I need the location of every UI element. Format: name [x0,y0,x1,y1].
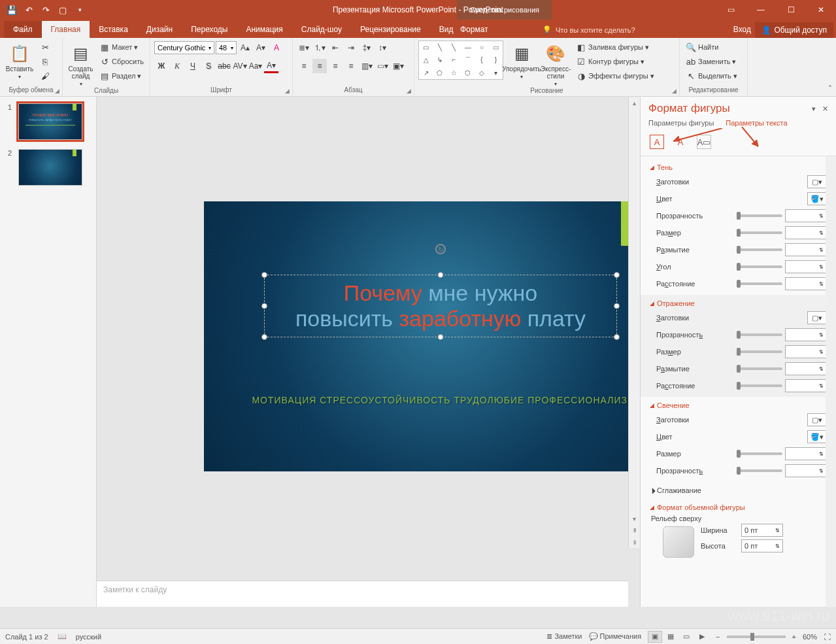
slideshow-view-icon[interactable]: ▶ [695,631,709,643]
reflection-presets-dropdown[interactable]: ▢▾ [807,311,827,324]
numbering-button[interactable]: ⒈▾ [312,41,327,55]
paste-button[interactable]: 📋 Вставить ▾ [4,41,35,80]
align-right-button[interactable]: ≡ [328,59,343,73]
italic-button[interactable]: К [170,59,184,73]
section-reflection[interactable]: ◢Отражение [650,297,827,309]
reflection-transparency-input[interactable]: ⇅ [785,328,827,341]
resize-handle[interactable] [261,334,267,340]
pane-tab-text-options[interactable]: Параметры текста [726,119,787,127]
shadow-size-input[interactable]: ⇅ [785,226,827,239]
font-color-button[interactable]: A▾ [264,59,278,73]
text-fill-outline-icon[interactable]: A [650,135,664,149]
pane-close-icon[interactable]: ✕ [822,105,828,113]
bevel-top-preset[interactable] [663,526,694,558]
section-glow[interactable]: ◢Свечение [650,399,827,411]
shadow-blur-slider[interactable] [737,248,782,251]
comments-toggle[interactable]: 💬 Примечания [589,632,642,641]
justify-button[interactable]: ≡ [344,59,358,73]
spell-check-icon[interactable]: 📖 [58,632,67,641]
glow-transparency-slider[interactable] [737,469,782,472]
arrange-button[interactable]: ▦ Упорядочить▾ [506,41,537,80]
tab-review[interactable]: Рецензирование [351,21,430,38]
line-spacing-button[interactable]: ‡▾ [359,41,374,55]
zoom-out-icon[interactable]: − [716,633,720,641]
reflection-size-slider[interactable] [737,350,782,353]
change-case-button[interactable]: Aa▾ [248,59,263,73]
qat-more-icon[interactable]: ▾ [72,2,88,18]
tab-insert[interactable]: Вставка [90,21,137,38]
resize-handle[interactable] [614,303,620,309]
increase-indent-button[interactable]: ⇥ [344,41,358,55]
shadow-transparency-input[interactable]: ⇅ [785,209,827,222]
text-effects-icon[interactable]: A [673,135,688,149]
replace-button[interactable]: abЗаменить ▾ [684,55,739,68]
reflection-size-input[interactable]: ⇅ [785,345,827,358]
reflection-blur-input[interactable]: ⇅ [785,362,827,375]
section-shadow[interactable]: ◢Тень [650,161,827,173]
share-button[interactable]: 👤Общий доступ [755,22,833,38]
pane-options-icon[interactable]: ▾ [812,105,816,113]
copy-button[interactable]: ⎘ [38,55,52,68]
close-icon[interactable]: ✕ [806,0,836,20]
decrease-indent-button[interactable]: ⇤ [328,41,343,55]
shadow-button[interactable]: S [201,59,216,73]
prev-slide-icon[interactable]: ⇞ [629,524,640,536]
resize-handle[interactable] [614,334,620,340]
tab-transitions[interactable]: Переходы [182,21,237,38]
decrease-font-icon[interactable]: A▾ [254,41,268,55]
format-painter-button[interactable]: 🖌 [38,69,52,82]
slide-thumbnail-1[interactable]: ПОЧЕМУ МНЕ НУЖНО ПОВЫСИТЬ ЗАРАБОТНУЮ ПЛА… [18,103,82,140]
maximize-icon[interactable]: ☐ [776,0,806,20]
underline-button[interactable]: Ч [186,59,200,73]
convert-smartart-button[interactable]: ▣▾ [391,59,405,73]
text-direction-button[interactable]: ↕▾ [375,41,390,55]
tell-me-search[interactable]: 💡Что вы хотите сделать? [536,22,642,38]
dialog-launcher-icon[interactable]: ◢ [405,87,412,95]
select-button[interactable]: ↖Выделить ▾ [684,69,739,82]
subtitle-text[interactable]: МОТИВАЦИЯ СТРЕССОУСТОЙЧИВОСТЬ ТРУДОЛЮБИЕ… [204,395,640,405]
bevel-height-input[interactable]: 0 пт⇅ [741,539,783,552]
language-indicator[interactable]: русский [76,633,101,641]
tab-animations[interactable]: Анимация [237,21,292,38]
slide-editor[interactable]: Почему мне нужно повысить заработную пла… [97,97,640,607]
glow-transparency-input[interactable]: ⇅ [785,464,827,477]
pane-scrollbar[interactable] [826,156,836,607]
bevel-width-input[interactable]: 0 пт⇅ [741,524,783,537]
textbox-icon[interactable]: A▭ [697,135,711,149]
align-center-button[interactable]: ≡ [312,59,327,73]
collapse-ribbon-icon[interactable]: ˄ [828,84,832,93]
new-slide-button[interactable]: ▤ Создать слайд ▾ [67,41,95,87]
shape-outline-button[interactable]: ☑Контур фигуры ▾ [574,55,656,68]
resize-handle[interactable] [438,334,444,340]
save-icon[interactable]: 💾 [4,2,20,18]
shadow-distance-slider[interactable] [737,282,782,285]
shapes-gallery[interactable]: ▭╲╲—○▭ △↳⌐⌒{} ↗⬠☆⬡◇▾ [418,41,503,80]
glow-color-dropdown[interactable]: 🪣▾ [807,430,827,443]
section-button[interactable]: ▤Раздел ▾ [97,69,146,82]
title-text-box[interactable]: Почему мне нужно повысить заработную пла… [264,275,617,337]
dialog-launcher-icon[interactable]: ◢ [670,87,678,95]
tab-home[interactable]: Главная [42,21,90,38]
minimize-icon[interactable]: — [746,0,776,20]
tab-slideshow[interactable]: Слайд-шоу [292,21,351,38]
glow-presets-dropdown[interactable]: ▢▾ [807,413,827,426]
reflection-distance-input[interactable]: ⇅ [785,379,827,392]
slide-canvas[interactable]: Почему мне нужно повысить заработную пла… [204,201,640,471]
slide-thumbnail-2[interactable] [18,149,82,186]
zoom-slider[interactable] [727,636,786,638]
char-spacing-button[interactable]: AV▾ [233,59,247,73]
fit-to-window-icon[interactable]: ⛶ [824,633,831,641]
shadow-angle-slider[interactable] [737,265,782,268]
reading-view-icon[interactable]: ▭ [679,631,694,643]
sign-in-button[interactable]: Вход [727,21,758,38]
section-3d-format[interactable]: ◢Формат объемной фигуры [650,501,827,513]
shadow-distance-input[interactable]: ⇅ [785,277,827,290]
shadow-transparency-slider[interactable] [737,214,782,217]
rotate-handle-icon[interactable] [435,244,446,254]
cut-button[interactable]: ✂ [38,41,52,54]
quick-styles-button[interactable]: 🎨 Экспресс-стили▾ [540,41,571,87]
shape-fill-button[interactable]: ◧Заливка фигуры ▾ [574,41,656,54]
font-name-combo[interactable]: Century Gothic▾ [154,41,214,54]
columns-button[interactable]: ▥▾ [359,59,374,73]
redo-icon[interactable]: ↷ [38,2,54,18]
